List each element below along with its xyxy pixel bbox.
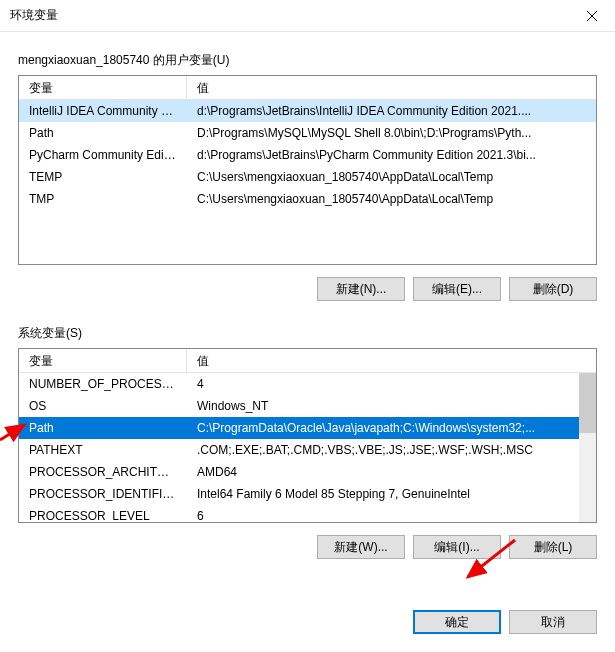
table-row[interactable]: IntelliJ IDEA Community E...d:\Programs\… — [19, 100, 596, 122]
table-row[interactable]: OSWindows_NT — [19, 395, 596, 417]
titlebar: 环境变量 — [0, 0, 615, 32]
col-value[interactable]: 值 — [187, 349, 596, 372]
table-row[interactable]: PATHEXT.COM;.EXE;.BAT;.CMD;.VBS;.VBE;.JS… — [19, 439, 596, 461]
system-vars-label: 系统变量(S) — [18, 325, 597, 342]
table-row[interactable]: PROCESSOR_ARCHITECT...AMD64 — [19, 461, 596, 483]
table-row[interactable]: PathC:\ProgramData\Oracle\Java\javapath;… — [19, 417, 596, 439]
user-vars-table[interactable]: 变量 值 IntelliJ IDEA Community E...d:\Prog… — [18, 75, 597, 265]
table-header: 变量 值 — [19, 76, 596, 100]
system-new-button[interactable]: 新建(W)... — [317, 535, 405, 559]
col-variable[interactable]: 变量 — [19, 349, 187, 372]
table-row[interactable]: TMPC:\Users\mengxiaoxuan_1805740\AppData… — [19, 188, 596, 210]
ok-button[interactable]: 确定 — [413, 610, 501, 634]
table-header: 变量 值 — [19, 349, 596, 373]
system-edit-button[interactable]: 编辑(I)... — [413, 535, 501, 559]
table-row[interactable]: PROCESSOR_LEVEL6 — [19, 505, 596, 522]
scroll-thumb[interactable] — [579, 373, 596, 433]
user-new-button[interactable]: 新建(N)... — [317, 277, 405, 301]
table-row[interactable]: PROCESSOR_IDENTIFIERIntel64 Family 6 Mod… — [19, 483, 596, 505]
table-row[interactable]: PathD:\Programs\MySQL\MySQL Shell 8.0\bi… — [19, 122, 596, 144]
cancel-button[interactable]: 取消 — [509, 610, 597, 634]
scrollbar[interactable] — [579, 373, 596, 522]
dialog-title: 环境变量 — [10, 7, 569, 24]
col-variable[interactable]: 变量 — [19, 76, 187, 99]
user-delete-button[interactable]: 删除(D) — [509, 277, 597, 301]
env-variables-dialog: 环境变量 mengxiaoxuan_1805740 的用户变量(U) 变量 值 … — [0, 0, 615, 652]
user-vars-label: mengxiaoxuan_1805740 的用户变量(U) — [18, 52, 597, 69]
user-edit-button[interactable]: 编辑(E)... — [413, 277, 501, 301]
table-row[interactable]: PyCharm Community Editi...d:\Programs\Je… — [19, 144, 596, 166]
table-row[interactable]: NUMBER_OF_PROCESSORS4 — [19, 373, 596, 395]
table-row[interactable]: TEMPC:\Users\mengxiaoxuan_1805740\AppDat… — [19, 166, 596, 188]
system-vars-table[interactable]: 变量 值 NUMBER_OF_PROCESSORS4 OSWindows_NT … — [18, 348, 597, 523]
close-button[interactable] — [569, 0, 615, 32]
system-delete-button[interactable]: 删除(L) — [509, 535, 597, 559]
col-value[interactable]: 值 — [187, 76, 596, 99]
close-icon — [587, 11, 597, 21]
